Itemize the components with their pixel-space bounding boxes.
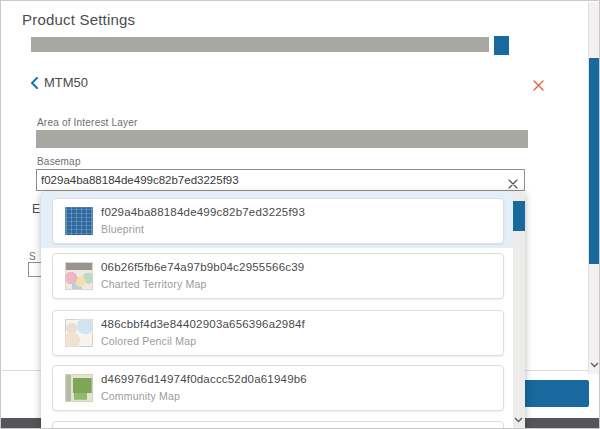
option-id: f029a4ba88184de499c82b7ed3225f93	[101, 206, 305, 218]
option-id: 486cbbf4d3e84402903a656396a2984f	[101, 318, 305, 330]
chevron-left-icon	[30, 77, 38, 89]
basemap-label: Basemap	[37, 156, 81, 167]
product-select-placeholder[interactable]	[31, 37, 489, 52]
basemap-option-blueprint[interactable]: f029a4ba88184de499c82b7ed3225f93 Bluepri…	[52, 198, 504, 244]
basemap-option-community[interactable]: d469976d14974f0daccc52d0a61949b6 Communi…	[52, 365, 504, 411]
basemap-option-colored-pencil[interactable]: 486cbbf4d3e84402903a656396a2984f Colored…	[52, 310, 504, 356]
remove-icon[interactable]	[533, 77, 544, 88]
option-name: Community Map	[101, 390, 180, 402]
back-label: MTM50	[44, 75, 88, 90]
aoi-layer-placeholder[interactable]	[36, 130, 528, 148]
charted-territory-thumbnail	[65, 262, 93, 290]
option-name: Colored Pencil Map	[101, 335, 196, 347]
option-name: Blueprint	[101, 223, 144, 235]
scroll-down-icon[interactable]	[590, 354, 599, 372]
colored-pencil-thumbnail	[65, 319, 93, 347]
basemap-dropdown: f029a4ba88184de499c82b7ed3225f93 Bluepri…	[41, 192, 525, 429]
clear-input-icon[interactable]	[508, 175, 518, 185]
aoi-layer-label: Area of Interest Layer	[37, 117, 138, 128]
page-scrollbar-thumb[interactable]	[589, 58, 600, 264]
option-id: d469976d14974f0daccc52d0a61949b6	[101, 373, 307, 385]
basemap-option-partial[interactable]	[52, 421, 504, 429]
product-settings-dialog: Product Settings MTM50 Area of Interest …	[0, 0, 600, 429]
page-title: Product Settings	[22, 11, 135, 28]
option-name: Charted Territory Map	[101, 278, 207, 290]
extent-label-partial: E	[32, 202, 40, 216]
option-id: 06b26f5fb6e74a97b9b04c2955566c39	[101, 261, 304, 273]
page-scrollbar[interactable]	[588, 2, 600, 374]
blueprint-thumbnail	[65, 207, 93, 235]
basemap-input[interactable]	[36, 169, 525, 191]
community-map-thumbnail	[65, 374, 93, 402]
setting-label-partial: S	[29, 251, 36, 262]
dropdown-scrollbar[interactable]	[513, 192, 525, 429]
blue-square-indicator	[494, 36, 509, 55]
scroll-down-icon[interactable]	[514, 409, 523, 427]
basemap-option-charted-territory[interactable]: 06b26f5fb6e74a97b9b04c2955566c39 Charted…	[52, 253, 504, 299]
dropdown-scrollbar-thumb[interactable]	[513, 201, 525, 231]
back-button[interactable]: MTM50	[30, 75, 88, 90]
